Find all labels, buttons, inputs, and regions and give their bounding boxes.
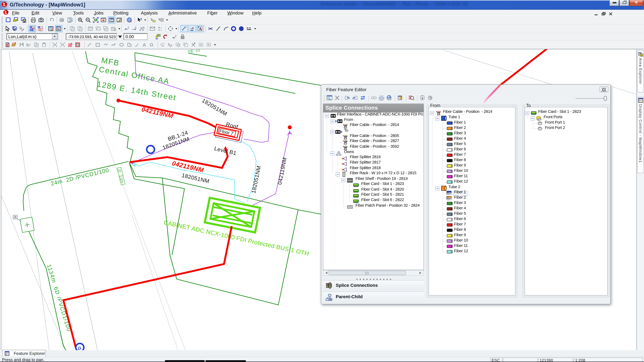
svg-text:Tube 2: Tube 2	[448, 185, 460, 189]
svg-text:To: To	[344, 128, 348, 132]
svg-text:Tube 1: Tube 1	[448, 114, 460, 119]
svg-text:Fiber Cable - Position - 3592: Fiber Cable - Position - 3592	[350, 144, 399, 148]
svg-text:042119NM: 042119NM	[276, 157, 288, 185]
svg-text:Fiber Splitter 2816: Fiber Splitter 2816	[350, 154, 381, 159]
svg-text:Fiber Card - Slot 4 - 2820: Fiber Card - Slot 4 - 2820	[361, 187, 404, 191]
svg-text:2]′: 2]′	[117, 168, 122, 173]
svg-text:042119NM: 042119NM	[141, 106, 174, 120]
svg-text:Fiber 4: Fiber 4	[454, 206, 466, 210]
svg-text:Fiber 5: Fiber 5	[454, 211, 466, 215]
svg-text:Fiber 10: Fiber 10	[454, 238, 468, 242]
svg-text:Fiber 12: Fiber 12	[454, 179, 468, 183]
svg-text:Fiber 9: Fiber 9	[454, 163, 466, 167]
svg-text:Fiber Card - Slot 6 - 2822: Fiber Card - Slot 6 - 2822	[361, 197, 404, 202]
svg-text:Fiber 11: Fiber 11	[454, 173, 468, 178]
svg-text:Fiber Card - Slot 1 - 2823: Fiber Card - Slot 1 - 2823	[361, 181, 404, 186]
svg-text:Fiber 4: Fiber 4	[454, 136, 466, 140]
svg-text:Owns: Owns	[344, 149, 354, 154]
svg-text:Fiber Splitter 2818: Fiber Splitter 2818	[350, 166, 381, 170]
svg-text:Fiber 7: Fiber 7	[454, 222, 466, 226]
svg-text:Fiber 7: Fiber 7	[454, 152, 466, 156]
svg-text:Fiber 2: Fiber 2	[454, 125, 466, 130]
svg-text:Fiber Shelf - Position 19 - 28: Fiber Shelf - Position 19 - 2819	[355, 176, 408, 181]
svg-text:Fiber 1: Fiber 1	[454, 120, 466, 124]
svg-text:A: A	[199, 26, 202, 31]
svg-text:Fiber 2: Fiber 2	[454, 195, 466, 199]
svg-text:Fiber Card - Slot 5 - 2821: Fiber Card - Slot 5 - 2821	[361, 192, 404, 196]
svg-text:Fiber Patch Panel - Position 3: Fiber Patch Panel - Position 32 - 2824	[355, 203, 420, 207]
svg-text:A: A	[160, 42, 162, 45]
svg-text:24m 2D /PVCD1/100: 24m 2D /PVCD1/100	[50, 167, 110, 187]
svg-text:Fiber 9: Fiber 9	[454, 232, 466, 237]
svg-text:Fiber 1: Fiber 1	[454, 190, 466, 194]
svg-text:z: z	[175, 34, 176, 37]
svg-text:z: z	[135, 26, 136, 28]
svg-text:Fiber 5: Fiber 5	[454, 141, 466, 146]
svg-text:Fiber Interface - CABINET-ADC-: Fiber Interface - CABINET-ADC-NCX-1000 F…	[337, 112, 430, 116]
svg-text:Ω: Ω	[150, 42, 153, 47]
svg-text:Fiber Rack - W 19 x H 72 x D 1: Fiber Rack - W 19 x H 72 x D 12 - 2815	[350, 170, 416, 175]
svg-text:From: From	[344, 117, 353, 122]
svg-text:Fiber 3: Fiber 3	[454, 131, 466, 135]
svg-text:182051NM: 182051NM	[250, 165, 262, 194]
svg-text:Fiber 6: Fiber 6	[454, 147, 466, 151]
svg-text:Front Port 2: Front Port 2	[545, 125, 565, 130]
svg-text:Fiber Cable - Position - 2814: Fiber Cable - Position - 2814	[443, 109, 492, 113]
svg-text:Fiber Card - Slot 1 - 2823: Fiber Card - Slot 1 - 2823	[538, 109, 581, 113]
svg-text:Fiber 8: Fiber 8	[454, 157, 466, 162]
svg-text:Fiber Cable - Position - 2827: Fiber Cable - Position - 2827	[350, 138, 399, 143]
svg-text:Fiber 8: Fiber 8	[454, 227, 466, 231]
svg-text:Fiber 11: Fiber 11	[454, 243, 468, 248]
svg-text:?: ?	[140, 17, 142, 21]
svg-text:8: 8	[143, 26, 144, 29]
svg-text:Fiber 10: Fiber 10	[454, 168, 468, 172]
svg-text:Fiber 12: Fiber 12	[454, 249, 468, 253]
svg-text:Front Ports: Front Ports	[544, 114, 562, 119]
svg-text:Fiber Cable - Position - 2814: Fiber Cable - Position - 2814	[350, 122, 399, 127]
svg-text:Fiber 6: Fiber 6	[454, 216, 466, 221]
svg-text:A: A	[142, 42, 146, 47]
svg-text:Fiber Cable - Position - 2805: Fiber Cable - Position - 2805	[350, 133, 399, 138]
svg-text:Front Port 1: Front Port 1	[545, 120, 565, 124]
svg-text:[2][’. [2]: [2][’. [2]	[188, 49, 200, 53]
svg-text:Fiber Splitter 2817: Fiber Splitter 2817	[350, 160, 381, 164]
svg-text:Fiber 3: Fiber 3	[454, 200, 466, 205]
